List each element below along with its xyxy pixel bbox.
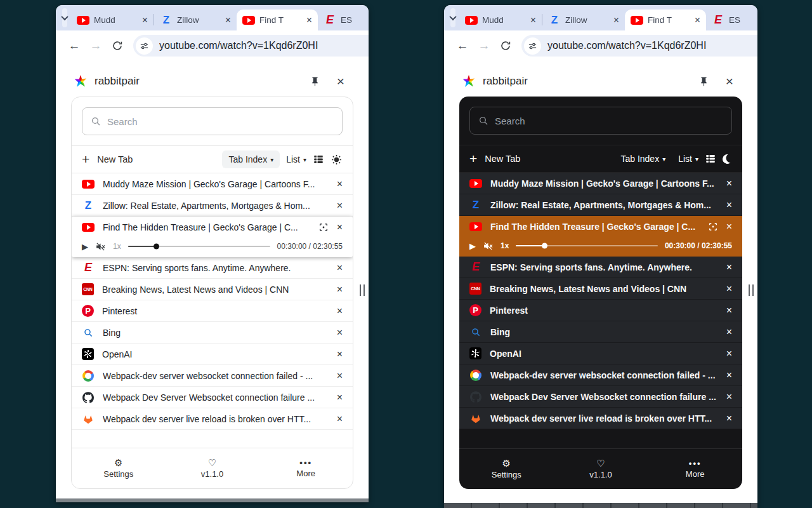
more-button[interactable]: ••• More [648,459,742,479]
tab-list-item[interactable]: Webpack dev server live reload is broken… [459,408,742,429]
tab-list-item[interactable]: Webpack-dev server websocket connection … [459,364,742,386]
seek-slider[interactable] [128,246,270,247]
play-icon[interactable]: ▶ [469,241,476,251]
browser-tab-find-active[interactable]: Find T × [625,10,706,30]
close-tab-icon[interactable]: × [726,413,732,424]
browser-tab-zillow[interactable]: Zillow × [542,10,625,30]
list-view-icon[interactable] [313,154,324,165]
tab-list-item[interactable]: Zillow: Real Estate, Apartments, Mortgag… [459,194,742,216]
close-tab-icon[interactable]: × [337,392,343,403]
search-box[interactable] [82,107,343,135]
tab-close-icon[interactable]: × [225,15,231,25]
sun-theme-toggle-icon[interactable] [331,154,343,166]
close-tab-icon[interactable]: × [337,262,343,274]
play-icon[interactable]: ▶ [82,242,88,251]
tab-list-item[interactable]: Webpack dev server live reload is broken… [72,408,353,430]
close-tab-icon[interactable]: × [726,305,732,316]
slider-handle[interactable] [154,244,159,250]
focus-tab-icon[interactable] [318,222,329,232]
list-view-icon[interactable] [705,153,716,164]
browser-tab-find-active[interactable]: Find T × [237,10,318,30]
address-bar[interactable]: youtube.com/watch?v=1Kqd6rZ0HI [133,35,369,57]
active-tab-item[interactable]: Find The Hidden Treasure | Gecko's Garag… [72,217,353,257]
site-settings-icon[interactable] [524,37,541,55]
forward-icon[interactable]: → [475,39,494,53]
version-button[interactable]: ♡ v1.1.0 [166,458,259,479]
tab-list-item[interactable]: OpenAI × [459,343,742,364]
seek-slider[interactable] [516,245,658,246]
tab-search-button[interactable] [450,8,455,27]
sort-dropdown[interactable]: Tab Index ▾ [222,150,280,168]
search-input[interactable] [495,116,723,126]
close-tab-icon[interactable]: × [337,178,343,190]
reload-icon[interactable] [108,40,127,51]
tab-list-item[interactable]: ESPN: Serving sports fans. Anytime. Anyw… [72,257,353,279]
mute-icon[interactable] [95,241,106,252]
close-tab-icon[interactable]: × [726,262,732,273]
playback-rate[interactable]: 1x [501,241,509,250]
new-tab-button[interactable]: New Tab [485,154,608,164]
reload-icon[interactable] [496,40,515,51]
close-tab-icon[interactable]: × [337,222,343,233]
view-dropdown[interactable]: List ▾ [678,154,698,164]
close-tab-icon[interactable]: × [337,370,343,382]
tab-list-item[interactable]: Webpack Dev Server Websocket connection … [459,386,742,408]
close-tab-icon[interactable]: × [726,348,732,359]
tab-search-button[interactable] [62,8,67,27]
active-tab-title-row[interactable]: Find The Hidden Treasure | Gecko's Garag… [72,217,353,238]
browser-tab-muddy[interactable]: Mudd × [71,10,154,30]
site-settings-icon[interactable] [136,37,153,55]
tab-close-icon[interactable]: × [695,15,700,25]
pin-icon[interactable] [698,76,709,87]
close-tab-icon[interactable]: × [726,326,732,338]
close-tab-icon[interactable]: × [337,413,343,425]
back-icon[interactable]: ← [65,39,84,53]
tab-close-icon[interactable]: × [306,15,312,25]
search-input[interactable] [107,116,334,127]
browser-tab-zillow[interactable]: Zillow × [154,10,237,30]
tab-close-icon[interactable]: × [613,15,619,25]
version-button[interactable]: ♡ v1.1.0 [554,458,648,479]
close-tab-icon[interactable]: × [337,327,343,338]
browser-tab-muddy[interactable]: Mudd × [459,10,542,30]
slider-handle[interactable] [542,243,547,249]
tab-list-item[interactable]: Pinterest × [459,300,742,321]
search-box[interactable] [469,107,732,135]
tab-close-icon[interactable]: × [142,15,148,25]
close-tab-icon[interactable]: × [726,199,732,211]
tab-list-item[interactable]: Muddy Maze Mission | Gecko's Garage | Ca… [459,173,742,194]
close-tab-icon[interactable]: × [337,305,343,317]
forward-icon[interactable]: → [86,39,105,53]
close-tab-icon[interactable]: × [337,284,343,295]
tab-list-item[interactable]: Bing × [72,322,353,344]
close-tab-icon[interactable]: × [726,370,732,381]
close-icon[interactable]: × [726,74,733,89]
focus-tab-icon[interactable] [708,222,718,232]
tab-list-item[interactable]: Webpack-dev server websocket connection … [72,365,353,387]
back-icon[interactable]: ← [453,39,472,53]
tab-list-item[interactable]: Webpack Dev Server Websocket connection … [72,387,353,408]
tab-list-item[interactable]: Muddy Maze Mission | Gecko's Garage | Ca… [72,173,353,195]
more-button[interactable]: ••• More [259,458,353,478]
tab-list-item[interactable]: ESPN: Serving sports fans. Anytime. Anyw… [459,257,742,278]
moon-theme-toggle-icon[interactable] [723,154,732,164]
pin-icon[interactable] [310,76,320,87]
close-tab-icon[interactable]: × [726,221,732,232]
settings-button[interactable]: ⚙ Settings [459,458,554,479]
tab-close-icon[interactable]: × [530,15,536,25]
settings-button[interactable]: ⚙ Settings [72,458,166,479]
active-tab-title-row[interactable]: Find The Hidden Treasure | Gecko's Garag… [459,216,742,237]
close-tab-icon[interactable]: × [726,283,732,295]
sort-dropdown[interactable]: Tab Index ▾ [614,150,672,168]
browser-tab-espn[interactable]: ES [318,10,369,30]
address-bar[interactable]: youtube.com/watch?v=1Kqd6rZ0HI [521,35,757,57]
new-tab-button[interactable]: New Tab [97,154,216,164]
close-tab-icon[interactable]: × [726,391,732,403]
new-tab-plus-icon[interactable]: + [82,152,89,167]
tab-list-item[interactable]: OpenAI × [72,344,353,365]
close-icon[interactable]: × [337,74,344,89]
close-tab-icon[interactable]: × [337,349,343,360]
tab-list-item[interactable]: Bing × [459,321,742,343]
playback-rate[interactable]: 1x [113,242,121,251]
active-tab-item[interactable]: Find The Hidden Treasure | Gecko's Garag… [459,216,742,257]
